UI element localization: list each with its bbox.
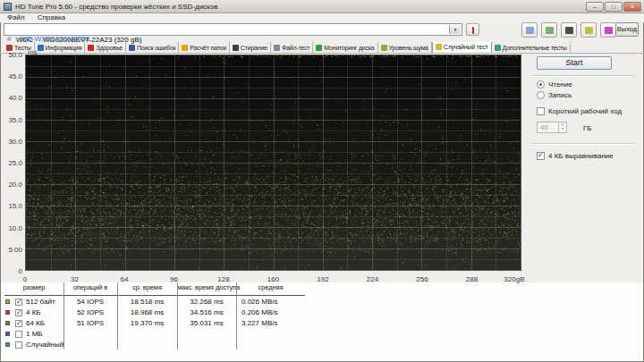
tab-folder-usage[interactable]: Расчёт папок <box>179 42 229 53</box>
chevron-down-icon[interactable]: ▼ <box>449 25 461 34</box>
table-cell-avg: 19.370 ms <box>117 319 177 327</box>
copy-image-icon <box>546 27 554 34</box>
erase-icon <box>233 45 239 51</box>
capacity-stepper[interactable]: 40 ▲▼ <box>537 122 567 133</box>
y-axis-tick-label: 20.0 <box>1 181 22 189</box>
tab-bar: ТестыИнформацияЗдоровьеПоиск ошибокРасчё… <box>0 42 644 54</box>
series-checkbox-icon[interactable] <box>15 341 22 349</box>
tab-aam[interactable]: Уровень шума <box>378 42 432 53</box>
menu-file[interactable]: Файл <box>7 13 25 22</box>
table-cell-speed: 0.206 MB/s <box>236 308 305 316</box>
x-axis-tick-label: 96 <box>170 275 178 283</box>
x-axis-tick-label: 288 <box>466 275 478 283</box>
table-cell-max: 32.268 ms <box>177 298 236 306</box>
x-axis-tick-label: 256 <box>416 275 428 283</box>
copy-image-button[interactable] <box>541 22 557 38</box>
x-axis-tick-label: 192 <box>317 275 328 283</box>
color-scheme-button[interactable] <box>600 22 616 38</box>
table-cell-iops: 52 IOPS <box>64 308 117 316</box>
color-scheme-icon <box>605 27 613 34</box>
tab-erase[interactable]: Стирание <box>230 42 271 53</box>
short-stroke-checkbox-icon[interactable] <box>537 107 545 115</box>
table-cell-iops: 54 IOPS <box>64 298 117 306</box>
copy-text-button[interactable] <box>521 22 538 38</box>
tab-disk-monitor[interactable]: Мониторинг диска <box>313 42 377 53</box>
tab-label: Расчёт папок <box>190 45 225 51</box>
read-radio-icon[interactable] <box>537 80 545 88</box>
table-cell-iops: 51 IOPS <box>64 319 117 327</box>
series-checkbox-icon[interactable] <box>15 331 22 338</box>
series-size-label: 64 КБ <box>26 319 45 327</box>
y-axis-tick-label: 0 <box>1 267 22 275</box>
maximize-button-icon[interactable]: □ <box>605 2 623 12</box>
short-stroke-option[interactable]: Короткий рабочий ход <box>537 107 622 115</box>
close-button-icon[interactable]: × <box>623 2 641 12</box>
table-cell-max: 34.516 ms <box>177 308 236 316</box>
y-axis-tick-label: 50.0 <box>1 51 22 59</box>
tab-info[interactable]: Информация <box>35 42 86 53</box>
tab-extra-tests[interactable]: Дополнительные тесты <box>492 42 571 53</box>
table-cell-speed: 3.227 MB/s <box>236 319 305 327</box>
copy-text-icon <box>526 27 534 34</box>
panel-divider <box>531 143 635 145</box>
alignment-label: 4 КБ выравнивание <box>548 152 614 160</box>
screenshot-button[interactable] <box>561 22 577 38</box>
tab-health[interactable]: Здоровье <box>85 42 126 53</box>
alignment-option[interactable]: 4 КБ выравнивание <box>537 152 614 160</box>
series-size-label: Случайный <box>26 341 64 349</box>
tab-label: Случайный тест <box>444 44 488 50</box>
series-checkbox-icon[interactable] <box>15 299 22 306</box>
title-bar[interactable]: HD Tune Pro 5.60 - средство проверки жёс… <box>0 0 644 13</box>
series-legend-swatch <box>5 310 10 315</box>
y-axis-tick-label: 45.0 <box>1 72 22 80</box>
write-radio-icon[interactable] <box>537 91 545 99</box>
x-axis-tick-label: 64 <box>121 275 129 283</box>
write-mode-option[interactable]: Запись <box>537 91 572 99</box>
write-label: Запись <box>548 91 572 99</box>
tab-label: Дополнительные тесты <box>503 45 567 51</box>
y-axis-tick-label: 5.00 <box>1 246 22 254</box>
x-axis-tick-label: 160 <box>267 275 279 283</box>
series-checkbox-icon[interactable] <box>15 309 22 316</box>
tab-label: Мониторинг диска <box>324 45 374 51</box>
series-legend-swatch <box>5 332 10 336</box>
series-size-label: 512 байт <box>26 298 55 306</box>
thermometer-icon <box>472 27 474 34</box>
drive-select[interactable]: WDC WD3200BEVT-22A23 (320 gB) ▼ <box>4 23 462 36</box>
highlighter-button[interactable] <box>580 22 597 38</box>
temperature-button[interactable] <box>466 23 479 36</box>
access-time-plot <box>25 55 521 271</box>
health-icon <box>88 45 94 51</box>
menu-help[interactable]: Справка <box>38 13 65 22</box>
series-legend-swatch <box>5 299 10 304</box>
alignment-checkbox-icon[interactable] <box>537 152 545 160</box>
file-benchmark-icon <box>274 45 280 51</box>
tab-label: Поиск ошибок <box>137 45 175 51</box>
screenshot-icon <box>565 27 573 34</box>
y-axis-tick-label: 10.0 <box>1 224 22 232</box>
y-axis-tick-label: 40.0 <box>1 94 22 102</box>
tab-file-benchmark[interactable]: Файл-тест <box>271 42 313 53</box>
y-axis-tick-label: 30.0 <box>1 138 22 146</box>
stepper-arrows-icon[interactable]: ▲▼ <box>558 122 566 132</box>
start-button[interactable]: Start <box>537 56 612 70</box>
table-cell-avg: 18.518 ms <box>117 298 177 306</box>
read-mode-option[interactable]: Чтение <box>537 80 572 88</box>
tab-random-access[interactable]: Случайный тест <box>432 42 492 53</box>
results-area: размеропераций вср. времямакс. время дос… <box>1 282 643 361</box>
error-scan-icon <box>129 45 135 51</box>
y-axis-tick-label: 35.0 <box>1 116 22 124</box>
series-legend-swatch <box>5 321 10 325</box>
table-header-4: средняя <box>236 283 305 291</box>
tab-error-scan[interactable]: Поиск ошибок <box>126 42 179 53</box>
exit-button[interactable]: Выход <box>615 22 639 37</box>
access-time-scatter-canvas <box>26 55 521 270</box>
minimize-button-icon[interactable]: – <box>586 2 604 12</box>
aam-icon <box>381 45 387 51</box>
window-title: HD Tune Pro 5.60 - средство проверки жёс… <box>15 3 217 11</box>
series-size-label: 1 МБ <box>26 330 43 338</box>
x-axis-tick-label: 128 <box>217 275 229 283</box>
series-checkbox-icon[interactable] <box>15 320 22 327</box>
disk-monitor-icon <box>316 45 322 51</box>
table-cell-avg: 18.968 ms <box>117 308 177 316</box>
